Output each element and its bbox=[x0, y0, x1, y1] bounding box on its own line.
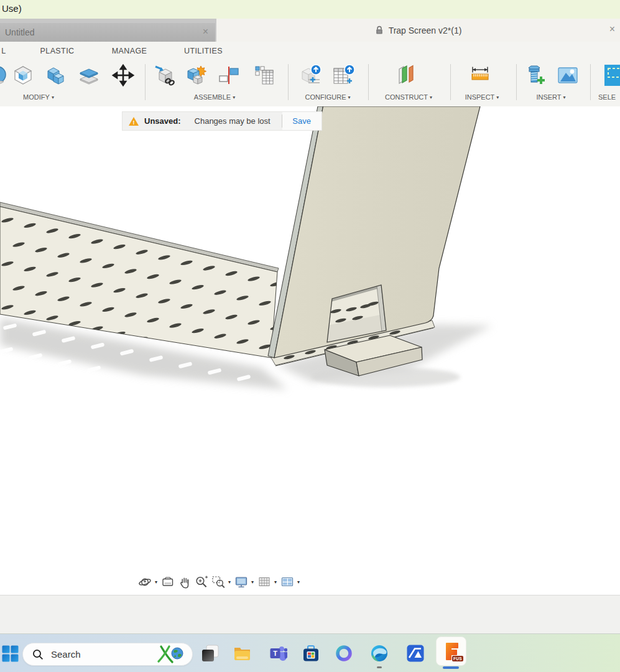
group-construct[interactable]: CONSTRUCT▾ bbox=[375, 93, 442, 101]
unsaved-label: Unsaved: bbox=[144, 116, 181, 126]
toolbar-divider bbox=[590, 64, 591, 100]
canvas-icon[interactable] bbox=[556, 63, 580, 87]
toolbar-divider bbox=[368, 64, 369, 100]
ribbon-tab-plastic[interactable]: PLASTIC bbox=[32, 47, 82, 55]
search-input[interactable] bbox=[50, 648, 152, 660]
window-caption-text: Use) bbox=[2, 3, 22, 14]
chevron-down-icon: ▾ bbox=[233, 95, 235, 100]
tab-untitled-close-icon[interactable]: × bbox=[203, 26, 208, 38]
edge-icon[interactable] bbox=[371, 645, 388, 662]
group-assemble[interactable]: ASSEMBLE▾ bbox=[182, 93, 247, 101]
ribbon-tab-manage[interactable]: MANAGE bbox=[104, 47, 154, 55]
tab-trap-screen[interactable]: Trap Screen v2*(1) × bbox=[216, 19, 620, 42]
save-button[interactable]: Save bbox=[282, 112, 322, 130]
earth-ribbon-icon bbox=[157, 645, 187, 664]
search-icon bbox=[32, 649, 44, 660]
new-component-icon[interactable] bbox=[185, 63, 208, 87]
unsaved-message: Changes may be lost bbox=[195, 116, 271, 126]
shell-icon[interactable] bbox=[11, 63, 35, 87]
pan-icon[interactable] bbox=[176, 574, 193, 590]
view-navbar: ▾ ▾ bbox=[136, 573, 302, 590]
file-explorer-icon[interactable] bbox=[234, 645, 251, 662]
document-tab-bar: Untitled × Trap Screen v2*(1) × bbox=[0, 19, 620, 42]
svg-text:T: T bbox=[273, 650, 277, 657]
start-icon[interactable] bbox=[2, 645, 19, 662]
group-modify[interactable]: MODIFY▾ bbox=[9, 93, 68, 101]
tab-trap-screen-close-icon[interactable]: × bbox=[609, 23, 615, 35]
chevron-down-icon: ▾ bbox=[52, 95, 54, 100]
fusion-active-indicator bbox=[443, 666, 459, 669]
orbit-icon[interactable] bbox=[136, 574, 153, 590]
task-view-icon[interactable] bbox=[201, 645, 219, 662]
ribbon-tab-partial[interactable]: L bbox=[0, 47, 7, 55]
ribbon-toolbar: MODIFY▾ ASSEMBLE▾ CONFIGURE▾ CONSTRUCT▾ … bbox=[0, 60, 620, 107]
chevron-down-icon[interactable]: ▾ bbox=[272, 579, 279, 585]
display-settings-icon[interactable] bbox=[233, 574, 249, 590]
grid-icon[interactable] bbox=[256, 574, 272, 590]
taskbar-search[interactable] bbox=[22, 643, 193, 666]
model-viewport-canvas[interactable] bbox=[0, 106, 620, 595]
toolbar-divider bbox=[516, 64, 517, 100]
trap-screen-model bbox=[0, 106, 620, 595]
group-select[interactable]: SELE bbox=[598, 93, 620, 101]
group-configure[interactable]: CONFIGURE▾ bbox=[294, 93, 361, 101]
chevron-down-icon: ▾ bbox=[430, 95, 432, 100]
insert-fastener-icon[interactable] bbox=[524, 63, 547, 87]
toolbar-divider bbox=[288, 64, 289, 100]
zoom-icon[interactable] bbox=[193, 574, 210, 590]
unsaved-banner: ! Unsaved: Changes may be lost Save bbox=[123, 112, 322, 130]
tab-trap-screen-label: Trap Screen v2*(1) bbox=[389, 26, 462, 35]
group-insert[interactable]: INSERT▾ bbox=[526, 93, 576, 101]
app-bottom-strip bbox=[0, 595, 620, 634]
lock-icon bbox=[375, 26, 384, 35]
zoom-window-icon[interactable] bbox=[210, 574, 226, 590]
svg-text:!: ! bbox=[133, 119, 135, 126]
autodesk-access-icon[interactable] bbox=[407, 645, 424, 662]
offset-face-icon[interactable] bbox=[77, 63, 101, 87]
configure-component-icon[interactable] bbox=[299, 63, 323, 87]
chevron-down-icon[interactable]: ▾ bbox=[226, 579, 233, 585]
move-icon[interactable] bbox=[111, 63, 135, 87]
tab-untitled[interactable]: Untitled × bbox=[0, 23, 215, 42]
chevron-down-icon: ▾ bbox=[348, 95, 350, 100]
chevron-down-icon[interactable]: ▾ bbox=[249, 579, 256, 585]
edge-running-indicator bbox=[377, 666, 382, 668]
configuration-table-icon[interactable] bbox=[331, 63, 355, 87]
mirror-icon[interactable] bbox=[217, 63, 241, 87]
ribbon-tab-utilities[interactable]: UTILITIES bbox=[178, 47, 228, 55]
viewports-icon[interactable] bbox=[279, 574, 295, 590]
chevron-down-icon[interactable]: ▾ bbox=[153, 579, 159, 585]
fusion-badge: FUS bbox=[452, 656, 463, 661]
warning-icon: ! bbox=[128, 116, 139, 126]
look-at-icon[interactable] bbox=[159, 574, 176, 590]
toolbar-divider bbox=[450, 64, 451, 100]
chevron-down-icon: ▾ bbox=[496, 95, 499, 100]
ribbon-tab-row: L PLASTIC MANAGE UTILITIES bbox=[0, 42, 620, 60]
toolbar-divider bbox=[145, 64, 146, 100]
window-caption-bar: Use) bbox=[0, 0, 620, 19]
chevron-down-icon[interactable]: ▾ bbox=[295, 579, 302, 585]
combine-icon[interactable] bbox=[44, 63, 68, 87]
microsoft-store-icon[interactable] bbox=[302, 645, 320, 662]
chevron-down-icon: ▾ bbox=[563, 95, 566, 100]
bom-table-icon[interactable] bbox=[252, 63, 276, 87]
teams-icon[interactable]: T bbox=[270, 645, 287, 662]
measure-icon[interactable] bbox=[468, 63, 492, 87]
tab-untitled-label: Untitled bbox=[5, 27, 34, 37]
insert-link-icon[interactable] bbox=[154, 63, 177, 87]
copilot-icon[interactable] bbox=[335, 645, 353, 662]
group-inspect[interactable]: INSPECT▾ bbox=[456, 93, 508, 101]
box-shadow bbox=[311, 367, 460, 387]
fusion-360-icon[interactable]: FUS bbox=[436, 637, 466, 666]
offset-plane-icon[interactable] bbox=[394, 63, 418, 87]
select-window-icon[interactable] bbox=[604, 63, 620, 87]
